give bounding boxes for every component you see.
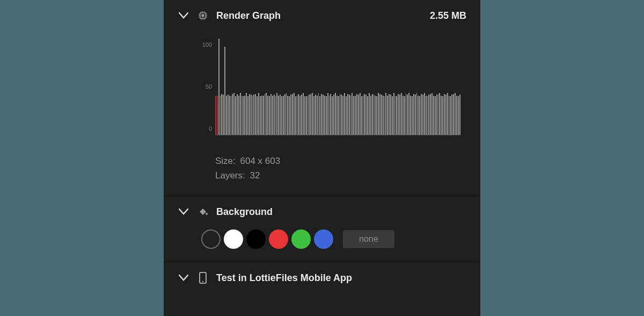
- chart-bar: [240, 93, 241, 135]
- chart-bar: [221, 94, 222, 135]
- chart-bar: [444, 94, 445, 135]
- chart-bar: [412, 96, 413, 135]
- chart-bar: [301, 95, 302, 135]
- chart-bar: [238, 96, 239, 135]
- chart-bar: [352, 93, 353, 135]
- chevron-down-icon[interactable]: [178, 10, 189, 21]
- chart-bar: [324, 96, 325, 135]
- chart-bar: [459, 95, 460, 135]
- chart-bar: [346, 96, 347, 135]
- chart-bar: [399, 95, 400, 135]
- chart-bar: [220, 96, 221, 135]
- layers-row: Layers: 32: [215, 168, 480, 183]
- chart-bar: [355, 96, 356, 135]
- size-label: Size:: [215, 156, 236, 166]
- chart-bar: [424, 93, 425, 135]
- background-header: Background: [164, 206, 480, 218]
- svg-rect-1: [202, 15, 204, 17]
- chart-bar: [449, 96, 450, 135]
- chart-bar: [217, 96, 218, 135]
- chart-bar: [360, 93, 361, 135]
- chart-bar: [326, 96, 327, 135]
- chart-bar: [266, 93, 267, 135]
- file-size-label: 2.55 MB: [430, 10, 466, 21]
- chart-bar: [272, 96, 273, 135]
- chart-bar: [284, 94, 286, 135]
- test-header: Test in LottieFiles Mobile App: [164, 272, 480, 284]
- chart-bar: [421, 94, 422, 135]
- chart-bar: [374, 95, 375, 135]
- chart-bar: [319, 96, 320, 135]
- chart-tick: 100: [202, 41, 212, 48]
- chevron-down-icon[interactable]: [178, 272, 189, 284]
- chart-bar: [318, 93, 319, 135]
- chart-bar: [445, 95, 447, 135]
- chart-bar: [229, 96, 230, 135]
- chart-bar: [436, 95, 437, 135]
- chart-bar: [393, 93, 394, 135]
- chart-bar: [281, 96, 282, 135]
- render-graph-title: Render Graph: [216, 10, 422, 21]
- chart-bars: [215, 34, 460, 135]
- chart-bar: [407, 95, 408, 135]
- background-title: Background: [216, 206, 466, 218]
- chart-bar: [274, 95, 275, 135]
- chart-bar: [263, 96, 264, 135]
- chart-bar: [269, 96, 270, 135]
- render-graph-section: Render Graph 2.55 MB 050100 Size: 604 x …: [164, 0, 480, 196]
- chart-bar: [298, 94, 299, 135]
- none-button[interactable]: none: [343, 230, 394, 248]
- chart-bar: [333, 95, 334, 135]
- chart-bar: [372, 94, 373, 135]
- chart-bar: [361, 96, 362, 135]
- chart-bar: [286, 93, 287, 135]
- chart-bar: [408, 93, 409, 135]
- chart-bar: [385, 93, 386, 135]
- render-meta: Size: 604 x 603 Layers: 32: [215, 154, 480, 183]
- test-mobile-section: Test in LottieFiles Mobile App: [164, 262, 480, 300]
- chart-bar: [365, 95, 367, 135]
- swatch-red[interactable]: [269, 229, 288, 249]
- swatch-green[interactable]: [291, 229, 311, 249]
- swatch-transparent[interactable]: [201, 229, 221, 249]
- chart-bar: [261, 96, 262, 135]
- chart-bar: [308, 96, 309, 135]
- chart-bar: [224, 47, 225, 135]
- chart-bar: [358, 95, 359, 135]
- chart-bar: [396, 96, 397, 135]
- chart-bar: [267, 96, 268, 135]
- chart-bar: [456, 96, 457, 135]
- chart-bar: [387, 96, 388, 135]
- chart-bar: [253, 95, 254, 135]
- chart-area: 050100: [215, 34, 460, 135]
- layers-label: Layers:: [215, 170, 245, 181]
- chart-bar: [455, 93, 456, 135]
- chart-bar: [376, 96, 377, 135]
- chart-bar: [332, 96, 333, 135]
- swatch-white[interactable]: [224, 229, 243, 249]
- chart-bar: [356, 94, 357, 135]
- chart-bar: [278, 96, 279, 135]
- chart-bar: [313, 96, 314, 135]
- inspector-panel: Render Graph 2.55 MB 050100 Size: 604 x …: [164, 0, 480, 316]
- size-value: 604 x 603: [240, 156, 281, 166]
- chart-bar: [312, 93, 313, 135]
- chart-bar: [336, 96, 338, 135]
- chart-bar: [321, 94, 322, 135]
- chart-bar: [289, 96, 290, 135]
- chart-bar: [276, 93, 277, 135]
- chart-bar: [378, 93, 379, 135]
- chart-bar: [426, 96, 427, 135]
- chart-bar: [233, 93, 235, 135]
- size-row: Size: 604 x 603: [215, 154, 480, 168]
- chart-bar: [349, 95, 350, 135]
- swatch-blue[interactable]: [314, 229, 333, 249]
- chart-bar: [341, 95, 342, 135]
- chart-bar: [442, 96, 443, 135]
- chart-bar: [306, 96, 307, 135]
- swatch-black[interactable]: [246, 229, 266, 249]
- chart-bar: [398, 94, 399, 135]
- chevron-down-icon[interactable]: [178, 206, 189, 218]
- chart-bar: [317, 96, 318, 135]
- chart-bar: [450, 96, 451, 135]
